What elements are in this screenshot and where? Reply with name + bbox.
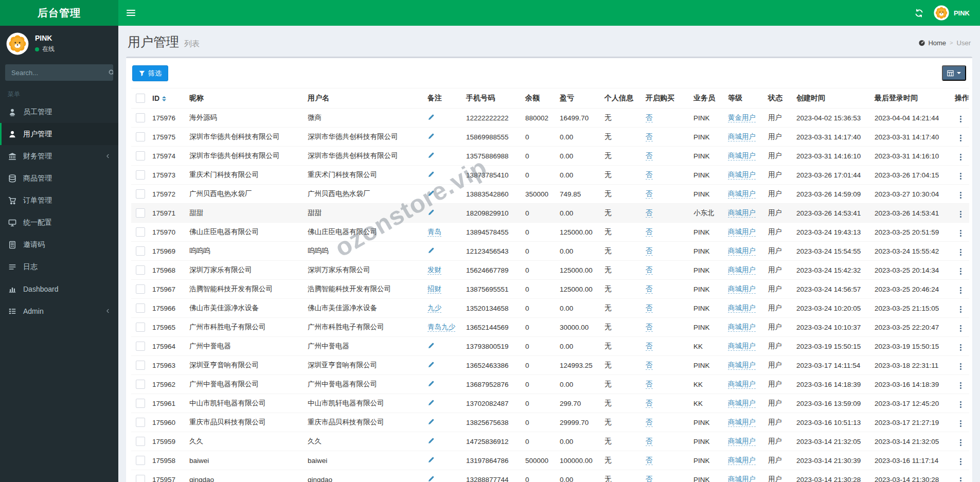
- sort-icon[interactable]: [162, 96, 166, 101]
- buy-enabled-link[interactable]: 否: [646, 171, 653, 180]
- remark-link[interactable]: 发财: [427, 266, 441, 275]
- level-link[interactable]: 商城用户: [728, 190, 756, 199]
- edit-remark-icon[interactable]: [427, 456, 435, 463]
- buy-enabled-link[interactable]: 否: [646, 133, 653, 141]
- filter-button[interactable]: 筛选: [132, 65, 168, 81]
- remark-link[interactable]: 青岛: [427, 228, 441, 237]
- row-checkbox[interactable]: [136, 418, 145, 427]
- level-link[interactable]: 商城用户: [728, 380, 756, 389]
- level-link[interactable]: 商城用户: [728, 342, 756, 351]
- row-actions-button[interactable]: [956, 456, 966, 467]
- level-link[interactable]: 商城用户: [728, 247, 756, 256]
- row-actions-button[interactable]: [956, 475, 966, 482]
- sidebar-item-dashboard[interactable]: Dashboard: [0, 278, 118, 300]
- edit-remark-icon[interactable]: [427, 246, 435, 254]
- row-actions-button[interactable]: [956, 323, 966, 334]
- level-link[interactable]: 商城用户: [728, 171, 756, 180]
- buy-enabled-link[interactable]: 否: [646, 456, 653, 465]
- search-input[interactable]: [5, 64, 108, 81]
- buy-enabled-link[interactable]: 否: [646, 190, 653, 199]
- sidebar-item-config[interactable]: 统一配置: [0, 211, 118, 234]
- row-checkbox[interactable]: [136, 265, 145, 275]
- row-checkbox[interactable]: [136, 113, 145, 122]
- row-actions-button[interactable]: [956, 399, 966, 410]
- edit-remark-icon[interactable]: [427, 475, 435, 482]
- edit-remark-icon[interactable]: [427, 437, 435, 444]
- row-actions-button[interactable]: [956, 418, 966, 429]
- level-link[interactable]: 商城用户: [728, 475, 756, 482]
- remark-link[interactable]: 九少: [427, 304, 441, 313]
- row-checkbox[interactable]: [136, 456, 145, 465]
- row-checkbox[interactable]: [136, 189, 145, 199]
- row-checkbox[interactable]: [136, 284, 145, 294]
- level-link[interactable]: 商城用户: [728, 456, 756, 465]
- buy-enabled-link[interactable]: 否: [646, 266, 653, 275]
- row-actions-button[interactable]: [956, 437, 966, 448]
- buy-enabled-link[interactable]: 否: [646, 152, 653, 160]
- sidebar-toggle-icon[interactable]: [118, 0, 143, 26]
- edit-remark-icon[interactable]: [427, 208, 435, 216]
- row-actions-button[interactable]: [956, 266, 966, 277]
- row-checkbox[interactable]: [136, 304, 145, 313]
- row-actions-button[interactable]: [956, 209, 966, 220]
- level-link[interactable]: 商城用户: [728, 304, 756, 313]
- row-actions-button[interactable]: [956, 190, 966, 201]
- level-link[interactable]: 商城用户: [728, 399, 756, 408]
- edit-remark-icon[interactable]: [427, 151, 435, 159]
- sidebar-item-finance[interactable]: 财务管理: [0, 145, 118, 167]
- row-actions-button[interactable]: [956, 342, 966, 353]
- buy-enabled-link[interactable]: 否: [646, 380, 653, 389]
- sidebar-item-user[interactable]: 用户管理: [0, 123, 118, 145]
- row-checkbox[interactable]: [136, 361, 145, 370]
- refresh-icon[interactable]: [915, 9, 923, 17]
- row-checkbox[interactable]: [136, 208, 145, 218]
- row-actions-button[interactable]: [956, 171, 966, 182]
- buy-enabled-link[interactable]: 否: [646, 247, 653, 256]
- row-checkbox[interactable]: [136, 170, 145, 180]
- row-checkbox[interactable]: [136, 246, 145, 256]
- edit-remark-icon[interactable]: [427, 361, 435, 368]
- row-checkbox[interactable]: [136, 227, 145, 237]
- sidebar-item-goods[interactable]: 商品管理: [0, 167, 118, 189]
- row-checkbox[interactable]: [136, 132, 145, 141]
- remark-link[interactable]: 青岛九少: [427, 323, 455, 332]
- level-link[interactable]: 商城用户: [728, 228, 756, 237]
- level-link[interactable]: 商城用户: [728, 323, 756, 332]
- buy-enabled-link[interactable]: 否: [646, 304, 653, 313]
- row-actions-button[interactable]: [956, 152, 966, 163]
- sidebar-item-staff[interactable]: 员工管理: [0, 101, 118, 123]
- sidebar-item-admin[interactable]: Admin: [0, 300, 118, 322]
- level-link[interactable]: 商城用户: [728, 266, 756, 275]
- buy-enabled-link[interactable]: 否: [646, 361, 653, 370]
- breadcrumb-home-link[interactable]: Home: [918, 39, 946, 47]
- row-checkbox[interactable]: [136, 437, 145, 446]
- row-checkbox[interactable]: [136, 151, 145, 160]
- buy-enabled-link[interactable]: 否: [646, 418, 653, 427]
- edit-remark-icon[interactable]: [427, 380, 435, 387]
- sidebar-item-orders[interactable]: 订单管理: [0, 189, 118, 211]
- row-checkbox[interactable]: [136, 323, 145, 332]
- level-link[interactable]: 商城用户: [728, 361, 756, 370]
- level-link[interactable]: 黄金用户: [728, 114, 756, 122]
- buy-enabled-link[interactable]: 否: [646, 475, 653, 482]
- row-checkbox[interactable]: [136, 475, 145, 482]
- row-actions-button[interactable]: [956, 228, 966, 239]
- buy-enabled-link[interactable]: 否: [646, 437, 653, 446]
- sidebar-item-logs[interactable]: 日志: [0, 256, 118, 278]
- row-actions-button[interactable]: [956, 247, 966, 258]
- edit-remark-icon[interactable]: [427, 113, 435, 121]
- column-settings-button[interactable]: [942, 65, 966, 81]
- row-checkbox[interactable]: [136, 342, 145, 351]
- row-actions-button[interactable]: [956, 285, 966, 296]
- row-actions-button[interactable]: [956, 380, 966, 391]
- search-icon[interactable]: [108, 64, 113, 81]
- row-actions-button[interactable]: [956, 133, 966, 144]
- buy-enabled-link[interactable]: 否: [646, 228, 653, 237]
- column-header[interactable]: ID: [149, 88, 186, 109]
- row-actions-button[interactable]: [956, 114, 966, 124]
- buy-enabled-link[interactable]: 否: [646, 342, 653, 351]
- buy-enabled-link[interactable]: 否: [646, 209, 653, 218]
- navbar-user-menu[interactable]: PINK: [934, 5, 970, 21]
- level-link[interactable]: 商城用户: [728, 133, 756, 141]
- buy-enabled-link[interactable]: 否: [646, 399, 653, 408]
